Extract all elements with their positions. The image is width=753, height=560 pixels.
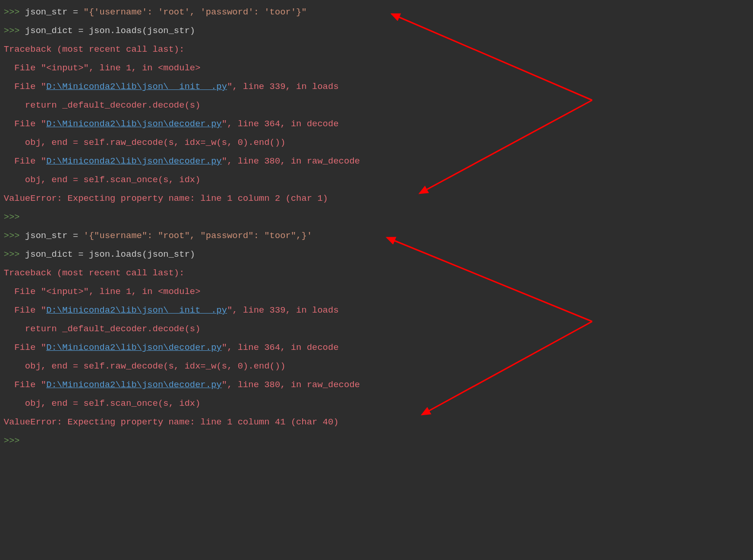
terminal-line: >>> json_str = "{'username': 'root', 'pa… bbox=[4, 3, 749, 21]
terminal-line: File "D:\Miniconda2\lib\json\decoder.py"… bbox=[4, 152, 749, 171]
terminal-segment: File "<input>", line 1, in <module> bbox=[4, 63, 200, 73]
terminal-line: obj, end = self.scan_once(s, idx) bbox=[4, 394, 749, 413]
terminal-segment: json_dict = json.loads(json_str) bbox=[25, 249, 195, 260]
terminal-segment: return _default_decoder.decode(s) bbox=[4, 100, 200, 110]
terminal-segment: File " bbox=[4, 82, 46, 92]
terminal-line: File "<input>", line 1, in <module> bbox=[4, 282, 749, 301]
terminal-segment[interactable]: D:\Miniconda2\lib\json\__init__.py bbox=[46, 305, 227, 315]
terminal-segment: >>> bbox=[4, 7, 25, 17]
terminal-segment: obj, end = self.raw_decode(s, idx=_w(s, … bbox=[4, 361, 285, 371]
python-terminal[interactable]: >>> json_str = "{'username': 'root', 'pa… bbox=[0, 0, 753, 453]
terminal-line: obj, end = self.scan_once(s, idx) bbox=[4, 171, 749, 189]
terminal-line: >>> json_dict = json.loads(json_str) bbox=[4, 21, 749, 40]
terminal-segment: File "<input>", line 1, in <module> bbox=[4, 287, 200, 297]
terminal-segment: File " bbox=[4, 305, 46, 315]
terminal-segment: obj, end = self.raw_decode(s, idx=_w(s, … bbox=[4, 137, 285, 148]
terminal-segment: ", line 380, in raw_decode bbox=[221, 380, 359, 390]
terminal-segment: obj, end = self.scan_once(s, idx) bbox=[4, 175, 200, 185]
terminal-segment: '{"username": "root", "password": "toor"… bbox=[83, 231, 312, 241]
terminal-segment[interactable]: D:\Miniconda2\lib\json\decoder.py bbox=[46, 342, 221, 353]
terminal-segment: File " bbox=[4, 156, 46, 166]
terminal-line: File "<input>", line 1, in <module> bbox=[4, 59, 749, 77]
terminal-line: File "D:\Miniconda2\lib\json\decoder.py"… bbox=[4, 115, 749, 133]
terminal-line: File "D:\Miniconda2\lib\json\__init__.py… bbox=[4, 301, 749, 320]
terminal-segment: json_str = bbox=[25, 7, 83, 17]
terminal-segment: >>> bbox=[4, 436, 20, 446]
terminal-segment: File " bbox=[4, 380, 46, 390]
terminal-segment: ValueError: Expecting property name: lin… bbox=[4, 193, 328, 204]
terminal-line: File "D:\Miniconda2\lib\json\decoder.py"… bbox=[4, 376, 749, 394]
terminal-segment[interactable]: D:\Miniconda2\lib\json\decoder.py bbox=[46, 156, 221, 166]
terminal-line: >>> json_str = '{"username": "root", "pa… bbox=[4, 226, 749, 245]
terminal-line: >>> json_dict = json.loads(json_str) bbox=[4, 245, 749, 264]
terminal-segment: ", line 339, in loads bbox=[227, 305, 339, 315]
terminal-line: obj, end = self.raw_decode(s, idx=_w(s, … bbox=[4, 357, 749, 376]
terminal-line: File "D:\Miniconda2\lib\json\decoder.py"… bbox=[4, 338, 749, 357]
terminal-segment: Traceback (most recent call last): bbox=[4, 44, 185, 55]
terminal-line: ValueError: Expecting property name: lin… bbox=[4, 413, 749, 431]
terminal-segment[interactable]: D:\Miniconda2\lib\json\decoder.py bbox=[46, 119, 221, 129]
terminal-line: ValueError: Expecting property name: lin… bbox=[4, 189, 749, 208]
terminal-line: >>> bbox=[4, 208, 749, 226]
terminal-segment: ValueError: Expecting property name: lin… bbox=[4, 417, 339, 427]
terminal-line: Traceback (most recent call last): bbox=[4, 264, 749, 282]
terminal-segment: >>> bbox=[4, 26, 25, 36]
terminal-segment: json_dict = json.loads(json_str) bbox=[25, 26, 195, 36]
terminal-segment: ", line 364, in decode bbox=[221, 342, 339, 353]
terminal-line: Traceback (most recent call last): bbox=[4, 40, 749, 59]
terminal-segment: Traceback (most recent call last): bbox=[4, 268, 185, 278]
terminal-segment: ", line 339, in loads bbox=[227, 82, 339, 92]
terminal-segment[interactable]: D:\Miniconda2\lib\json\decoder.py bbox=[46, 380, 221, 390]
terminal-line: return _default_decoder.decode(s) bbox=[4, 320, 749, 338]
terminal-segment: json_str = bbox=[25, 231, 83, 241]
terminal-line: File "D:\Miniconda2\lib\json\__init__.py… bbox=[4, 77, 749, 96]
terminal-segment: >>> bbox=[4, 212, 20, 222]
terminal-segment[interactable]: D:\Miniconda2\lib\json\__init__.py bbox=[46, 82, 227, 92]
terminal-segment: ", line 380, in raw_decode bbox=[221, 156, 359, 166]
terminal-segment: ", line 364, in decode bbox=[221, 119, 339, 129]
terminal-line: obj, end = self.raw_decode(s, idx=_w(s, … bbox=[4, 133, 749, 152]
terminal-segment: obj, end = self.scan_once(s, idx) bbox=[4, 398, 200, 409]
terminal-line: >>> bbox=[4, 431, 749, 450]
terminal-segment: >>> bbox=[4, 231, 25, 241]
terminal-segment: File " bbox=[4, 342, 46, 353]
terminal-segment: "{'username': 'root', 'password': 'toor'… bbox=[83, 7, 307, 17]
terminal-segment: >>> bbox=[4, 249, 25, 260]
terminal-segment: File " bbox=[4, 119, 46, 129]
terminal-line: return _default_decoder.decode(s) bbox=[4, 96, 749, 115]
terminal-segment: return _default_decoder.decode(s) bbox=[4, 324, 200, 334]
